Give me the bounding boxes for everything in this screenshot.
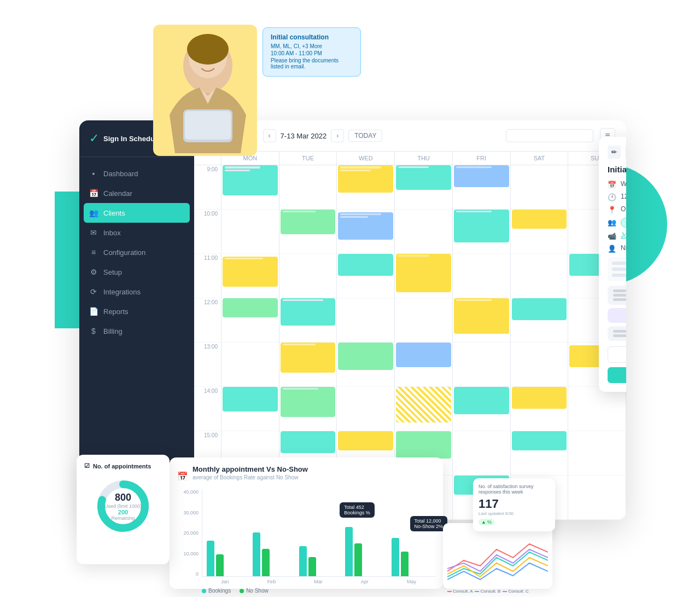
event-yellow8[interactable] [512,387,567,409]
noshow-dot [240,589,244,593]
event-block-yellow[interactable] [338,165,393,193]
cell-tue-1200[interactable] [279,298,337,343]
copy-button[interactable]: ⊞ [625,146,626,159]
sidebar-item-integrations[interactable]: ⟳ Integrations [79,282,194,302]
cell-mon-1100[interactable] [221,254,279,298]
calendar-search-input[interactable] [506,129,593,142]
cell-wed-1300[interactable] [337,343,395,387]
cell-wed-900[interactable] [337,165,395,210]
event-teal8[interactable] [223,387,278,411]
attendee-tag-dave[interactable]: Dave Keith [621,218,626,228]
cell-mon-1300[interactable] [221,343,279,387]
event-teal10[interactable] [281,431,336,453]
cell-thu-900[interactable] [395,165,453,210]
cell-fri-1400[interactable] [453,387,511,431]
bar-mar-bookings [299,546,307,576]
cell-fri-1100[interactable] [453,254,511,298]
cell-wed-1000[interactable] [337,210,395,254]
popup-time-detail: 🕐 12:25 PM - 13:05 PM [608,193,626,201]
event-teal3[interactable] [454,210,509,242]
cell-sat-900[interactable] [511,165,569,210]
cell-sat-1200[interactable] [511,298,569,343]
bar-mar-noshow [308,557,316,576]
satisfaction-title: No. of satisfaction survey responses thi… [479,484,550,495]
event-block[interactable] [223,165,278,195]
event-teal4[interactable] [338,254,393,276]
event-yellow4[interactable] [396,254,451,292]
popup-title-text: Initial consultation [608,165,626,174]
event-hatch[interactable] [396,387,451,422]
event-yellow2[interactable] [512,210,567,229]
cell-wed-1200[interactable] [337,298,395,343]
tooltip-line1: MM, ML, CI, +3 More [271,43,353,49]
popup-video-link[interactable]: Join virtual meeting [621,231,626,239]
cell-tue-1000[interactable] [279,210,337,254]
sidebar-item-billing[interactable]: $ Billing [79,321,194,341]
cell-sat-1100[interactable] [511,254,569,298]
next-week-button[interactable]: › [331,129,344,142]
cell-sat-1400[interactable] [511,387,569,431]
edit-button[interactable]: ✏ [608,146,621,159]
prev-week-button[interactable]: ‹ [263,129,276,142]
cell-fri-1000[interactable] [453,210,511,254]
event-yellow5[interactable] [454,298,509,334]
sidebar-item-calendar[interactable]: 📅 Calendar [79,183,194,203]
cell-thu-1000[interactable] [395,210,453,254]
cell-fri-900[interactable] [453,165,511,210]
event-yellow3[interactable] [223,257,278,287]
cell-mon-1000[interactable] [221,210,279,254]
legend-item-3: Consult. C [503,589,528,594]
event-teal11[interactable] [512,431,567,450]
event-green2[interactable] [223,298,278,317]
legend-noshow-label: No Show [246,588,269,594]
today-button[interactable]: TODAY [348,130,382,142]
arrived-button[interactable]: ARRIVED [608,346,626,363]
calendar-widget-icon: 📅 [177,471,188,482]
cell-tue-1100[interactable] [279,254,337,298]
video-icon: 📹 [608,232,616,240]
cell-fri-1300[interactable] [453,343,511,387]
cell-sun-1400[interactable] [568,387,626,431]
cell-sat-1000[interactable] [511,210,569,254]
cell-thu-1300[interactable] [395,343,453,387]
cell-thu-1400[interactable] [395,387,453,431]
event-block-blue[interactable] [454,165,509,187]
cell-mon-1200[interactable] [221,298,279,343]
cell-thu-1100[interactable] [395,254,453,298]
sidebar-item-clients[interactable]: 👥 Clients [84,203,190,223]
sidebar-item-reports[interactable]: 📄 Reports [79,302,194,321]
cell-fri-1500[interactable] [453,431,511,476]
sidebar-item-configuration[interactable]: ≡ Configuration [79,242,194,262]
event-block-teal2[interactable] [396,165,451,190]
cell-thu-1200[interactable] [395,298,453,343]
send-message-button[interactable]: ✈ SEND MESSAGE [608,367,626,383]
cell-tue-1300[interactable] [279,343,337,387]
cell-sat-1300[interactable] [511,343,569,387]
event-green[interactable] [281,210,336,234]
popup-actions: ARRIVED NO SHOW [608,346,626,363]
event-green5[interactable] [396,431,451,459]
cell-sun-1600[interactable] [568,476,626,520]
event-green4[interactable] [281,387,336,417]
cell-tue-900[interactable] [279,165,337,210]
cell-mon-1400[interactable] [221,387,279,431]
cell-sat-1500[interactable] [511,431,569,476]
event-teal6[interactable] [281,298,336,326]
cell-tue-1400[interactable] [279,387,337,431]
event-teal7[interactable] [512,298,567,320]
sidebar-item-inbox[interactable]: ✉ Inbox [79,223,194,242]
event-yellow6[interactable] [281,343,336,373]
event-yellow9[interactable] [338,431,393,450]
tooltip-line2: 10:00 AM - 11:00 PM [271,50,353,56]
cell-sun-1500[interactable] [568,431,626,476]
sidebar-item-dashboard[interactable]: ▪ Dashboard [79,164,194,183]
cell-mon-900[interactable] [221,165,279,210]
event-blue2[interactable] [338,212,393,240]
cell-wed-1400[interactable] [337,387,395,431]
cell-wed-1100[interactable] [337,254,395,298]
event-teal9[interactable] [454,387,509,414]
event-green3[interactable] [338,343,393,370]
event-blue3[interactable] [396,343,451,367]
sidebar-item-setup[interactable]: ⚙ Setup [79,262,194,282]
cell-fri-1200[interactable] [453,298,511,343]
